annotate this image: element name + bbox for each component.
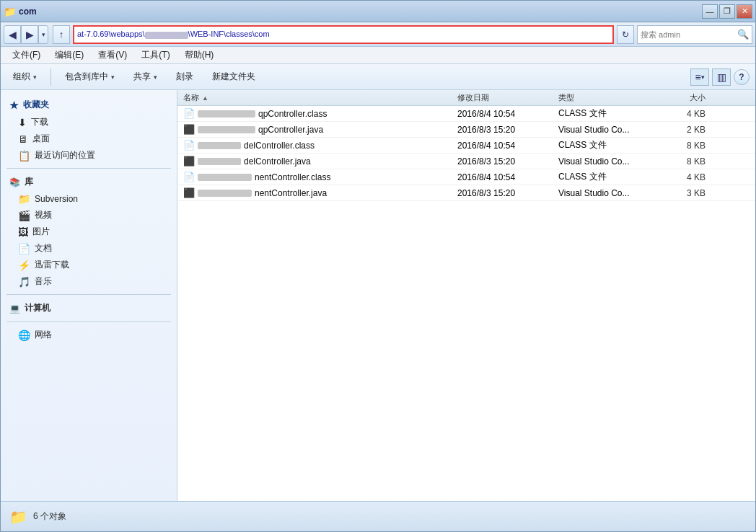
sidebar-item-recent[interactable]: 📋 最近访问的位置 — [1, 147, 177, 164]
pictures-label: 图片 — [32, 226, 50, 238]
toolbar-right: ≡ ▾ ▥ ? — [690, 68, 750, 86]
table-row[interactable]: 📄 qpController.class 2016/8/4 10:54 CLAS… — [177, 106, 755, 122]
minimize-button[interactable]: — — [702, 4, 718, 19]
col-name-header[interactable]: 名称 ▲ — [177, 92, 452, 103]
restore-button[interactable]: ❐ — [719, 4, 735, 19]
status-text: 6 个对象 — [33, 510, 66, 523]
file-size-cell: 8 KB — [654, 141, 711, 151]
blurred-prefix — [198, 110, 255, 118]
file-name: delController.class — [244, 141, 315, 151]
thunder-icon: ⚡ — [18, 260, 30, 271]
sidebar-item-network[interactable]: 🌐 网络 — [1, 327, 177, 343]
table-row[interactable]: ⬛ qpController.java 2016/8/3 15:20 Visua… — [177, 122, 755, 138]
table-row[interactable]: 📄 delController.class 2016/8/4 10:54 CLA… — [177, 138, 755, 154]
file-list-header: 名称 ▲ 修改日期 类型 大小 — [177, 90, 755, 106]
sidebar-item-documents[interactable]: 📄 文档 — [1, 240, 177, 257]
table-row[interactable]: ⬛ delController.java 2016/8/3 15:20 Visu… — [177, 154, 755, 169]
window-title: com — [19, 6, 37, 17]
menu-help[interactable]: 帮助(H) — [179, 48, 220, 63]
window: 📁 com — ❐ ✕ ◀ ▶ ▾ ↑ at-7.0.69\webapps\\W… — [0, 0, 756, 532]
table-row[interactable]: 📄 nentController.class 2016/8/4 10:54 CL… — [177, 169, 755, 185]
title-bar-controls: — ❐ ✕ — [702, 4, 752, 19]
subversion-icon: 📁 — [18, 193, 30, 205]
close-button[interactable]: ✕ — [737, 4, 752, 19]
view-mode-button[interactable]: ≡ ▾ — [690, 68, 709, 86]
pictures-icon: 🖼 — [18, 226, 28, 238]
back-button[interactable]: ◀ — [4, 25, 21, 44]
file-type-cell: Visual Studio Co... — [553, 125, 654, 135]
share-button[interactable]: 共享 ▾ — [127, 67, 164, 87]
nav-dropdown-button[interactable]: ▾ — [38, 25, 48, 44]
file-date-cell: 2016/8/3 15:20 — [452, 156, 553, 167]
menu-view[interactable]: 查看(V) — [92, 48, 133, 63]
file-type-cell: CLASS 文件 — [553, 171, 654, 183]
address-text: at-7.0.69\webapps\\WEB-INF\classes\com — [77, 30, 270, 38]
sidebar-item-videos[interactable]: 🎬 视频 — [1, 207, 177, 223]
blurred-prefix — [198, 142, 241, 149]
panel-button[interactable]: ▥ — [712, 68, 731, 86]
sidebar-item-desktop[interactable]: 🖥 桌面 — [1, 130, 177, 147]
menu-file[interactable]: 文件(F) — [6, 48, 46, 63]
class-file-icon: 📄 — [183, 108, 195, 119]
sidebar-item-pictures[interactable]: 🖼 图片 — [1, 223, 177, 240]
burn-button[interactable]: 刻录 — [170, 67, 200, 87]
organize-button[interactable]: 组织 ▾ — [6, 67, 43, 87]
refresh-button[interactable]: ↻ — [617, 25, 634, 44]
sidebar-item-subversion[interactable]: 📁 Subversion — [1, 191, 177, 207]
desktop-icon: 🖥 — [18, 133, 28, 145]
file-name-cell: ⬛ qpController.java — [177, 124, 452, 135]
menu-tools[interactable]: 工具(T) — [136, 48, 175, 63]
col-size-header[interactable]: 大小 — [654, 92, 711, 103]
downloads-label: 下载 — [31, 116, 48, 128]
include-library-button[interactable]: 包含到库中 ▾ — [58, 67, 121, 87]
music-label: 音乐 — [35, 275, 52, 288]
up-button[interactable]: ↑ — [53, 25, 70, 44]
search-icon[interactable]: 🔍 — [737, 29, 749, 40]
sidebar-item-downloads[interactable]: ⬇ 下载 — [1, 114, 177, 130]
documents-icon: 📄 — [18, 243, 30, 254]
computer-header[interactable]: 💻 计算机 — [1, 299, 177, 317]
videos-label: 视频 — [35, 209, 52, 221]
title-bar: 📁 com — ❐ ✕ — [1, 1, 755, 22]
menu-edit[interactable]: 编辑(E) — [49, 48, 89, 63]
sidebar: ★ 收藏夹 ⬇ 下载 🖥 桌面 📋 最近访问的位置 — [1, 90, 177, 501]
recent-icon: 📋 — [18, 150, 30, 161]
sidebar-item-thunder[interactable]: ⚡ 迅雷下载 — [1, 257, 177, 273]
toolbar-separator-1 — [50, 68, 51, 86]
title-bar-left: 📁 com — [4, 6, 702, 17]
status-bar: 📁 6 个对象 — [1, 501, 755, 531]
col-type-header[interactable]: 类型 — [553, 92, 654, 103]
search-input[interactable] — [641, 30, 736, 39]
forward-button[interactable]: ▶ — [21, 25, 38, 44]
address-bar[interactable]: at-7.0.69\webapps\\WEB-INF\classes\com — [73, 25, 614, 44]
file-date-cell: 2016/8/3 15:20 — [452, 188, 553, 198]
computer-label: 计算机 — [25, 302, 50, 314]
file-type-cell: CLASS 文件 — [553, 107, 654, 120]
file-size-cell: 8 KB — [654, 156, 711, 167]
menu-bar: 文件(F) 编辑(E) 查看(V) 工具(T) 帮助(H) — [1, 47, 755, 64]
computer-section: 💻 计算机 — [1, 299, 177, 317]
videos-icon: 🎬 — [18, 210, 30, 221]
music-icon: 🎵 — [18, 276, 30, 288]
include-library-arrow: ▾ — [111, 74, 115, 81]
file-type-cell: Visual Studio Co... — [553, 188, 654, 198]
help-button[interactable]: ? — [734, 69, 750, 85]
blurred-prefix — [198, 126, 255, 133]
computer-icon: 💻 — [9, 303, 20, 314]
file-type-cell: Visual Studio Co... — [553, 156, 654, 167]
col-date-header[interactable]: 修改日期 — [452, 92, 553, 103]
nav-bar: ◀ ▶ ▾ ↑ at-7.0.69\webapps\\WEB-INF\class… — [1, 22, 755, 47]
file-rows-container: 📄 qpController.class 2016/8/4 10:54 CLAS… — [177, 106, 755, 201]
table-row[interactable]: ⬛ nentController.java 2016/8/3 15:20 Vis… — [177, 185, 755, 201]
java-file-icon: ⬛ — [183, 187, 195, 198]
network-section: 🌐 网络 — [1, 327, 177, 343]
sidebar-item-music[interactable]: 🎵 音乐 — [1, 273, 177, 290]
col-sort-icon: ▲ — [202, 94, 208, 102]
file-list-area: 名称 ▲ 修改日期 类型 大小 📄 qpController.class 201… — [177, 90, 755, 501]
file-name: delController.java — [244, 156, 311, 167]
library-header[interactable]: 📚 库 — [1, 173, 177, 191]
main-area: ★ 收藏夹 ⬇ 下载 🖥 桌面 📋 最近访问的位置 — [1, 90, 755, 501]
network-icon: 🌐 — [18, 329, 30, 341]
burn-label: 刻录 — [176, 71, 193, 83]
new-folder-button[interactable]: 新建文件夹 — [206, 67, 262, 87]
